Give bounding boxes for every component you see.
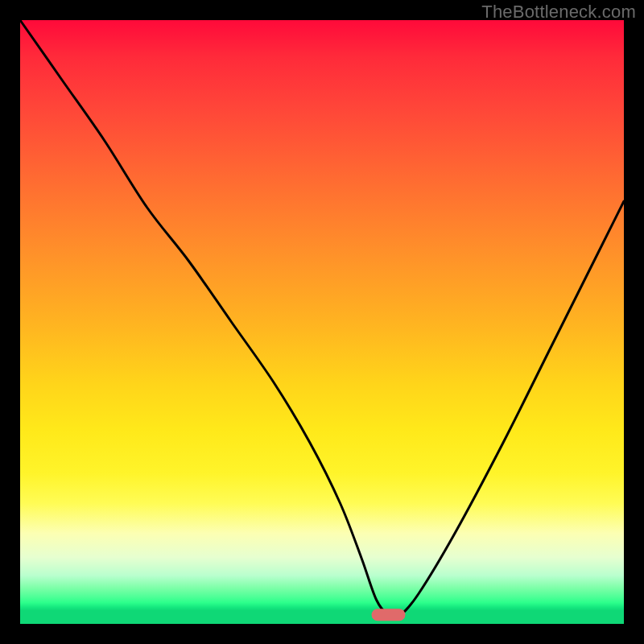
optimum-marker xyxy=(372,609,406,621)
watermark-label: TheBottleneck.com xyxy=(481,2,636,23)
plot-area xyxy=(20,20,624,624)
bottleneck-curve xyxy=(20,20,624,617)
chart-frame: TheBottleneck.com xyxy=(0,0,644,644)
chart-svg xyxy=(20,20,624,624)
